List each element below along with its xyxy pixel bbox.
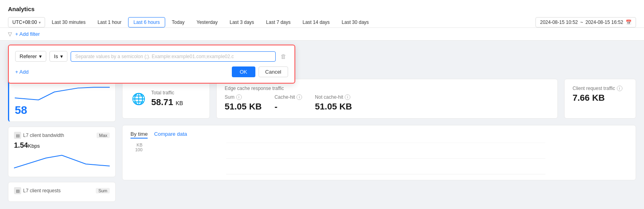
total-traffic-label: Total traffic	[151, 90, 183, 96]
sum-value: 51.05 KB	[225, 102, 262, 112]
metric-card-bandwidth: ▤ L7 client bandwidth Max 1.54Kbps	[8, 127, 116, 177]
filter-value-input[interactable]	[71, 51, 276, 62]
not-cache-hit-info-icon[interactable]: i	[345, 94, 350, 100]
client-request-label: Client request traffic i	[573, 86, 628, 91]
time-btn-1hour[interactable]: Last 1 hour	[92, 17, 126, 27]
chart-y-value: 100	[135, 147, 142, 152]
bandwidth-chart	[14, 152, 110, 172]
l7requests-icon: ▤	[14, 187, 21, 194]
cache-hit-value: -	[275, 102, 302, 112]
globe-icon: 🌐	[130, 91, 146, 107]
calendar-icon: 📅	[626, 20, 632, 25]
toolbar: UTC+08:00 ▾ Last 30 minutes Last 1 hour …	[8, 17, 636, 27]
client-request-value: 7.66 KB	[573, 93, 628, 103]
chart-graph	[144, 143, 628, 174]
chart-tabs: By time Compare data	[130, 131, 628, 139]
filter-field-label: Referer	[20, 53, 37, 59]
requests-chart	[15, 84, 110, 104]
filter-delete-button[interactable]: 🗑	[279, 51, 288, 61]
timezone-selector[interactable]: UTC+08:00 ▾	[8, 17, 45, 27]
page-title: Analytics	[8, 6, 636, 12]
client-request-info-icon[interactable]: i	[617, 86, 622, 91]
time-btn-today[interactable]: Today	[167, 17, 190, 27]
cancel-button[interactable]: Cancel	[259, 66, 288, 77]
cache-hit-metric: Cache-hit i -	[275, 94, 302, 112]
requests-value: 58	[15, 104, 110, 117]
chart-area: By time Compare data KB 100	[122, 125, 636, 180]
filter-actions: + Add OK Cancel	[15, 66, 288, 77]
time-btn-3days[interactable]: Last 3 days	[224, 17, 259, 27]
dialog-buttons: OK Cancel	[232, 66, 288, 77]
time-btn-30min[interactable]: Last 30 minutes	[47, 17, 91, 27]
time-btn-yesterday[interactable]: Yesterday	[192, 17, 223, 27]
total-traffic-value: 58.71 KB	[151, 97, 183, 107]
filter-icon: ▽	[8, 31, 12, 37]
add-filter-button[interactable]: + Add filter	[15, 31, 40, 37]
chart-content: KB 100	[130, 143, 628, 174]
edge-response-metrics: Sum i 51.05 KB Cache-hit i -	[225, 94, 549, 112]
filter-operator-label: Is	[54, 53, 58, 59]
time-btn-14days[interactable]: Last 14 days	[297, 17, 335, 27]
date-from: 2024-08-15 10:52	[540, 20, 578, 25]
total-traffic-card: 🌐 Total traffic 58.71 KB	[122, 79, 210, 119]
timezone-label: UTC+08:00	[12, 20, 37, 25]
time-btn-30days[interactable]: Last 30 days	[336, 17, 374, 27]
cache-hit-info-icon[interactable]: i	[296, 94, 302, 100]
add-condition-button[interactable]: + Add	[15, 69, 29, 75]
chart-unit: KB	[136, 143, 142, 147]
l7requests-header: ▤ L7 client requests Sum	[14, 187, 110, 194]
main-content: Referer ▾ Is ▾ 🗑 + Add OK Cancel	[0, 41, 644, 208]
l7requests-badge: Sum	[96, 188, 110, 193]
edge-response-label: Edge cache response traffic	[225, 86, 549, 91]
date-separator: ~	[580, 20, 583, 25]
bandwidth-header: ▤ L7 client bandwidth Max	[14, 132, 110, 139]
date-range-picker[interactable]: 2024-08-15 10:52 ~ 2024-08-15 16:52 📅	[535, 17, 636, 27]
filter-field-select[interactable]: Referer ▾	[15, 51, 46, 62]
chevron-down-icon: ▾	[60, 53, 63, 59]
bandwidth-value: 1.54Kbps	[14, 141, 110, 150]
filter-operator-select[interactable]: Is ▾	[49, 51, 67, 62]
bandwidth-icon: ▤	[14, 132, 21, 139]
client-request-card: Client request traffic i 7.66 KB	[564, 79, 636, 119]
filter-dialog: Referer ▾ Is ▾ 🗑 + Add OK Cancel	[8, 45, 295, 84]
bandwidth-badge: Max	[97, 133, 110, 138]
tab-by-time[interactable]: By time	[130, 131, 148, 139]
ok-button[interactable]: OK	[232, 66, 255, 77]
metric-card-requests: 58	[8, 79, 116, 122]
chevron-down-icon: ▾	[39, 53, 42, 59]
time-btn-7days[interactable]: Last 7 days	[261, 17, 296, 27]
filter-bar: ▽ + Add filter	[0, 28, 644, 41]
date-to: 2024-08-15 16:52	[585, 20, 623, 25]
sum-metric: Sum i 51.05 KB	[225, 94, 262, 112]
chart-y-axis: KB 100	[130, 143, 142, 152]
l7requests-label: L7 client requests	[23, 188, 61, 193]
left-panel: 58 ▤ L7 client bandwidth Max 1.54Kbps	[8, 79, 116, 202]
tab-compare-data[interactable]: Compare data	[154, 131, 187, 139]
top-metrics-row: 🌐 Total traffic 58.71 KB Edge cache resp…	[122, 79, 636, 119]
not-cache-hit-metric: Not cache-hit i 51.05 KB	[315, 94, 352, 112]
filter-row: Referer ▾ Is ▾ 🗑	[15, 51, 288, 62]
edge-response-card: Edge cache response traffic Sum i 51.05 …	[216, 79, 558, 119]
time-btn-6hours[interactable]: Last 6 hours	[128, 17, 165, 27]
not-cache-hit-value: 51.05 KB	[315, 102, 352, 112]
chevron-down-icon: ▾	[39, 20, 41, 25]
bandwidth-label: L7 client bandwidth	[23, 133, 64, 138]
metric-card-l7requests: ▤ L7 client requests Sum	[8, 182, 116, 202]
sum-info-icon[interactable]: i	[236, 94, 242, 100]
